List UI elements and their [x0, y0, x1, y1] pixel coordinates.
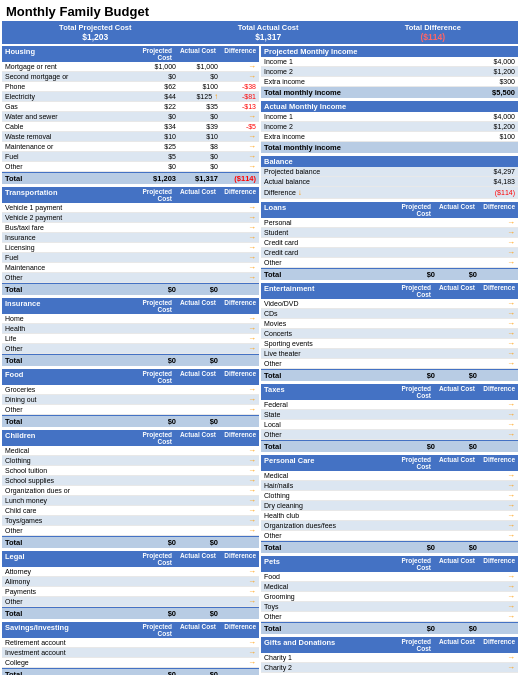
- list-item: Extra income$300: [261, 77, 518, 87]
- loans-header: Loans Projected Cost Actual Cost Differe…: [261, 202, 518, 218]
- legal-section: Legal Projected Cost Actual Cost Differe…: [2, 551, 259, 619]
- list-item: Medical→: [261, 582, 518, 592]
- list-item: Credit card→: [261, 248, 518, 258]
- list-item: Dry cleaning→: [261, 501, 518, 511]
- list-item: Dining out→: [2, 395, 259, 405]
- list-item: Income 2$1,200: [261, 122, 518, 132]
- list-item: Attorney→: [2, 567, 259, 577]
- summary-bar: Total Projected Cost $1,203 Total Actual…: [2, 21, 518, 44]
- savings-header: Savings/Investing Projected Cost Actual …: [2, 622, 259, 638]
- list-item: Sporting events→: [261, 339, 518, 349]
- list-item: Other→: [261, 359, 518, 369]
- list-item: Clothing→: [2, 456, 259, 466]
- housing-row-9: Fuel $5 $0 →: [2, 152, 259, 162]
- personal-care-title: Personal Care: [264, 456, 314, 470]
- list-item: Organization dues or→: [2, 486, 259, 496]
- pets-section: Pets Projected Cost Actual Cost Differen…: [261, 556, 518, 634]
- list-item: Clothing→: [261, 491, 518, 501]
- list-item: Other→: [2, 597, 259, 607]
- list-item: CDs→: [261, 309, 518, 319]
- children-header: Children Projected Cost Actual Cost Diff…: [2, 430, 259, 446]
- housing-proj-header: Projected Cost: [130, 47, 172, 61]
- savings-section: Savings/Investing Projected Cost Actual …: [2, 622, 259, 675]
- list-item: Local→: [261, 420, 518, 430]
- pets-title: Pets: [264, 557, 280, 571]
- list-item: Bus/taxi fare→: [2, 223, 259, 233]
- entertainment-section: Entertainment Projected Cost Actual Cost…: [261, 283, 518, 381]
- list-item: School supplies→: [2, 476, 259, 486]
- balance-projected: Projected balance$4,297: [261, 167, 518, 177]
- list-item: Federal→: [261, 400, 518, 410]
- list-item: Payments→: [2, 587, 259, 597]
- list-item: Health→: [2, 324, 259, 334]
- insurance-title: Insurance: [5, 299, 40, 313]
- list-item: Student→: [261, 228, 518, 238]
- list-item: Income 2$1,200: [261, 67, 518, 77]
- taxes-header: Taxes Projected Cost Actual Cost Differe…: [261, 384, 518, 400]
- actual-income-total: Total monthly income: [261, 142, 518, 153]
- legal-total: Total$0$0: [2, 607, 259, 619]
- list-item: Live theater→: [261, 349, 518, 359]
- list-item: Life→: [2, 334, 259, 344]
- list-item: Groceries→: [2, 385, 259, 395]
- legal-header: Legal Projected Cost Actual Cost Differe…: [2, 551, 259, 567]
- page-title: Monthly Family Budget: [0, 0, 520, 21]
- balance-section: Balance Projected balance$4,297 Actual b…: [261, 156, 518, 199]
- list-item: Insurance→: [2, 233, 259, 243]
- insurance-section: Insurance Projected Cost Actual Cost Dif…: [2, 298, 259, 366]
- list-item: Toys/games→: [2, 516, 259, 526]
- housing-row-1: Second mortgage or $0 $0 →: [2, 72, 259, 82]
- personal-care-section: Personal Care Projected Cost Actual Cost…: [261, 455, 518, 553]
- taxes-title: Taxes: [264, 385, 285, 399]
- list-item: Video/DVD→: [261, 299, 518, 309]
- list-item: Other→: [261, 430, 518, 440]
- list-item: Charity 1→: [261, 653, 518, 663]
- housing-row-4: Gas $22 $35 -$13: [2, 102, 259, 112]
- housing-header: Housing Projected Cost Actual Cost Diffe…: [2, 46, 259, 62]
- list-item: Extra income$100: [261, 132, 518, 142]
- pets-total: Total$0$0: [261, 622, 518, 634]
- entertainment-header: Entertainment Projected Cost Actual Cost…: [261, 283, 518, 299]
- list-item: Toys→: [261, 602, 518, 612]
- balance-difference: Difference ↓($114): [261, 187, 518, 199]
- housing-row-7: Waste removal $10 $10 →: [2, 132, 259, 142]
- list-item: Medical→: [261, 471, 518, 481]
- list-item: Other→: [2, 273, 259, 283]
- entertainment-title: Entertainment: [264, 284, 314, 298]
- taxes-total: Total$0$0: [261, 440, 518, 452]
- right-column: Projected Monthly Income Income 1$4,000 …: [261, 46, 518, 675]
- transportation-total: Total$0$0: [2, 283, 259, 295]
- taxes-section: Taxes Projected Cost Actual Cost Differe…: [261, 384, 518, 452]
- list-item: Income 1$4,000: [261, 57, 518, 67]
- personal-care-total: Total$0$0: [261, 541, 518, 553]
- list-item: Other→: [2, 344, 259, 354]
- housing-diff-header: Difference: [218, 47, 256, 61]
- list-item: Food→: [261, 572, 518, 582]
- summary-col3: Total Difference ($114): [405, 23, 461, 42]
- children-title: Children: [5, 431, 35, 445]
- list-item: Vehicle 2 payment→: [2, 213, 259, 223]
- list-item: Grooming→: [261, 592, 518, 602]
- personal-care-header: Personal Care Projected Cost Actual Cost…: [261, 455, 518, 471]
- housing-row-10: Other $0 $0 →: [2, 162, 259, 172]
- list-item: Vehicle 1 payment→: [2, 203, 259, 213]
- list-item: Home→: [2, 314, 259, 324]
- actual-income-header: Actual Monthly Income: [261, 101, 518, 112]
- balance-actual: Actual balance$4,183: [261, 177, 518, 187]
- list-item: Credit card→: [261, 238, 518, 248]
- summary-col3-label: Total Difference: [405, 23, 461, 32]
- housing-row-6: Cable $34 $39 -$5: [2, 122, 259, 132]
- list-item: Fuel→: [2, 253, 259, 263]
- entertainment-total: Total$0$0: [261, 369, 518, 381]
- insurance-header: Insurance Projected Cost Actual Cost Dif…: [2, 298, 259, 314]
- housing-title: Housing: [5, 47, 35, 61]
- list-item: Other→: [261, 258, 518, 268]
- balance-header: Balance: [261, 156, 518, 167]
- list-item: Retirement account→: [2, 638, 259, 648]
- list-item: Organization dues/fees→: [261, 521, 518, 531]
- summary-col2: Total Actual Cost $1,317: [238, 23, 299, 42]
- summary-col2-label: Total Actual Cost: [238, 23, 299, 32]
- list-item: Concerts→: [261, 329, 518, 339]
- list-item: Investment account→: [2, 648, 259, 658]
- list-item: Child care→: [2, 506, 259, 516]
